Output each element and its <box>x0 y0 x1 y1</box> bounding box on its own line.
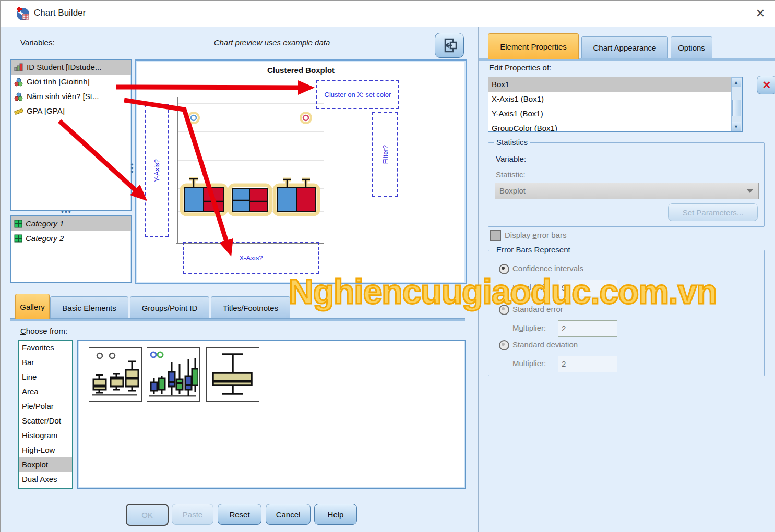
tab-chart-appearance-label: Chart Appearance <box>593 43 657 52</box>
display-error-bars-checkbox[interactable] <box>490 230 501 241</box>
paste-button[interactable]: Paste <box>172 504 213 525</box>
category-grid-icon <box>14 220 22 228</box>
preview-note: Chart preview uses example data <box>173 38 371 47</box>
property-item[interactable]: X-Axis1 (Box1) <box>488 92 742 106</box>
tab-element-properties-label: Element Properties <box>500 42 567 51</box>
error-bars-legend: Error Bars Represent <box>494 245 573 254</box>
multiplier2-field[interactable]: 2 <box>558 356 617 372</box>
variable-item[interactable]: Năm sinh viên? [St... <box>11 89 131 104</box>
nominal-icon <box>14 78 23 87</box>
property-item-selected[interactable]: Box1 <box>488 77 742 92</box>
variables-list: ID Student [IDstude... Giới tính [Gioiti… <box>10 59 132 211</box>
confidence-intervals-radio[interactable] <box>499 264 509 274</box>
help-button[interactable]: Help <box>314 504 357 525</box>
property-item[interactable]: GroupColor (Box1) <box>488 121 742 132</box>
level-field[interactable]: 95 <box>558 280 617 296</box>
x-axis-drop-highlight <box>186 245 316 271</box>
categories-list: Category 1 Category 2 <box>10 215 132 283</box>
y-axis-label: Y-Axis? <box>153 159 161 182</box>
vertical-splitter[interactable]: ••• <box>130 163 134 174</box>
tab-basic-elements[interactable]: Basic Elements <box>50 296 128 319</box>
scale-bars-icon <box>14 63 23 71</box>
x-axis-dropzone[interactable]: X-Axis? <box>183 242 319 274</box>
chart-type-item[interactable]: Line <box>19 370 72 384</box>
remove-element-button[interactable]: ✕ <box>757 76 775 94</box>
filter-label: Filter? <box>381 145 389 164</box>
category-item[interactable]: Category 1 <box>11 216 131 231</box>
properties-panel: Element Properties Chart Appearance Opti… <box>478 27 775 532</box>
horizontal-splitter[interactable]: ••• <box>61 210 72 213</box>
cluster-on-x-label: Cluster on X: set color <box>325 91 391 99</box>
level-label: Level (%): <box>512 283 548 292</box>
variable-label: GPA [GPA] <box>27 104 65 118</box>
variable-label: Giới tính [Gioitinh] <box>27 75 90 89</box>
statistic-dropdown[interactable]: Boxplot <box>495 183 759 199</box>
delete-icon: ✕ <box>762 79 771 91</box>
standard-deviation-label: Standard deviation <box>512 340 578 349</box>
properties-scrollbar[interactable]: ▲ ▼ <box>731 77 742 131</box>
category-item[interactable]: Category 2 <box>11 231 131 246</box>
tab-options[interactable]: Options <box>671 36 712 59</box>
gallery-thumbnails-panel <box>77 340 466 489</box>
titlebar: Chart Builder ✕ <box>1 1 775 27</box>
dropdown-arrow-icon <box>747 189 753 193</box>
edit-properties-list: Box1 X-Axis1 (Box1) Y-Axis1 (Box1) Group… <box>488 77 743 132</box>
chart-builder-dialog: Chart Builder ✕ Variables: Chart preview… <box>0 0 775 532</box>
cancel-button[interactable]: Cancel <box>266 504 311 525</box>
nominal-icon <box>14 92 23 101</box>
filter-dropzone[interactable]: Filter? <box>372 112 398 197</box>
tab-element-properties[interactable]: Element Properties <box>488 33 579 59</box>
scale-ruler-icon <box>14 107 23 115</box>
scroll-up-icon[interactable]: ▲ <box>732 78 741 87</box>
window-title: Chart Builder <box>34 8 86 18</box>
one-d-boxplot-icon <box>207 348 258 400</box>
category-label: Category 1 <box>26 216 64 231</box>
move-to-panel-icon <box>440 38 458 53</box>
chart-type-item[interactable]: Bar <box>19 355 72 370</box>
multiplier1-field[interactable]: 2 <box>558 320 617 337</box>
variable-item[interactable]: ID Student [IDstude... <box>11 60 131 75</box>
tab-groups-point-id-label: Groups/Point ID <box>142 304 198 312</box>
ok-button[interactable]: OK <box>126 504 169 526</box>
tab-titles-footnotes[interactable]: Titles/Footnotes <box>211 296 290 319</box>
category-grid-icon <box>14 234 22 243</box>
close-icon[interactable]: ✕ <box>753 6 768 21</box>
scroll-thumb[interactable] <box>732 100 741 116</box>
category-label: Category 2 <box>26 231 64 246</box>
chart-type-item[interactable]: High-Low <box>19 443 72 457</box>
standard-deviation-radio[interactable] <box>499 340 509 350</box>
chart-type-item[interactable]: Dual Axes <box>19 472 72 487</box>
variable-label: Năm sinh viên? [St... <box>27 89 99 104</box>
thumbnail-simple-boxplot[interactable] <box>89 347 142 402</box>
set-parameters-button[interactable]: Set Parameters... <box>668 203 758 221</box>
chart-type-list: Favorites Bar Line Area Pie/Polar Scatte… <box>18 340 73 489</box>
variables-label: Variables: <box>20 38 55 47</box>
display-error-bars-label: Display error bars <box>505 231 566 239</box>
toggle-properties-panel-button[interactable] <box>435 33 464 58</box>
clustered-boxplot-icon <box>147 348 198 400</box>
property-item[interactable]: Y-Axis1 (Box1) <box>488 106 742 121</box>
scroll-down-icon[interactable]: ▼ <box>732 122 741 131</box>
variable-item[interactable]: GPA [GPA] <box>11 104 131 118</box>
variable-item[interactable]: Giới tính [Gioitinh] <box>11 75 131 89</box>
tab-gallery[interactable]: Gallery <box>15 294 50 319</box>
chart-type-item[interactable]: Area <box>19 384 72 399</box>
tab-chart-appearance[interactable]: Chart Appearance <box>581 36 668 59</box>
chart-type-item-selected[interactable]: Boxplot <box>19 457 72 472</box>
tab-basic-elements-label: Basic Elements <box>62 304 116 312</box>
chart-type-item[interactable]: Pie/Polar <box>19 399 72 414</box>
cluster-on-x-dropzone[interactable]: Cluster on X: set color <box>316 80 399 109</box>
thumbnail-1d-boxplot[interactable] <box>206 347 259 402</box>
chart-type-item[interactable]: Histogram <box>19 428 72 443</box>
reset-button[interactable]: Reset <box>218 504 261 525</box>
variable-label: ID Student [IDstude... <box>27 60 101 75</box>
chart-type-item[interactable]: Favorites <box>19 341 72 355</box>
chart-type-item[interactable]: Scatter/Dot <box>19 414 72 428</box>
tab-groups-point-id[interactable]: Groups/Point ID <box>130 296 209 319</box>
chart-preview-canvas[interactable]: Clustered Boxplot <box>135 59 467 284</box>
tab-options-label: Options <box>678 43 705 52</box>
thumbnail-clustered-boxplot[interactable] <box>147 347 200 402</box>
simple-boxplot-icon <box>89 348 140 400</box>
standard-error-radio[interactable] <box>499 305 509 315</box>
y-axis-dropzone[interactable]: Y-Axis? <box>145 104 169 237</box>
